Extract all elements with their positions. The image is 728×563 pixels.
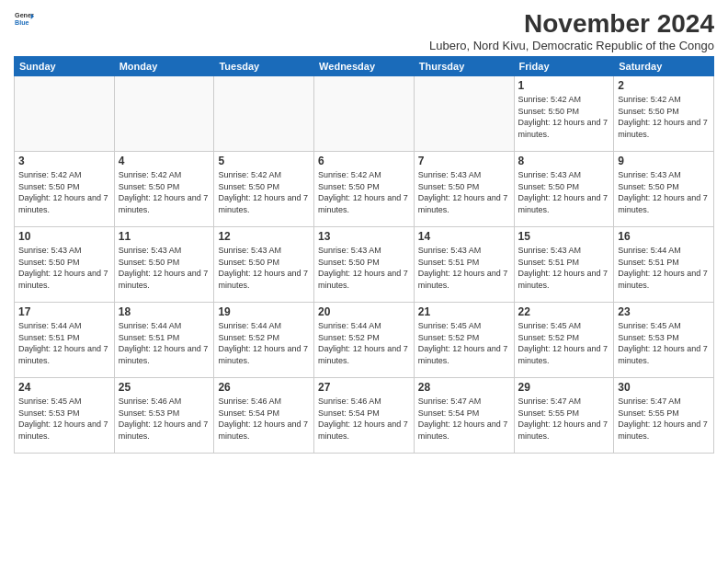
- day-number: 17: [18, 305, 110, 318]
- day-number: 21: [418, 305, 510, 318]
- table-row: 15Sunrise: 5:43 AMSunset: 5:51 PMDayligh…: [514, 227, 614, 303]
- header-friday: Friday: [514, 57, 614, 76]
- page: General Blue November 2024 Lubero, Nord …: [0, 0, 728, 563]
- day-info: Sunrise: 5:42 AMSunset: 5:50 PMDaylight:…: [318, 169, 410, 215]
- week-row-4: 17Sunrise: 5:44 AMSunset: 5:51 PMDayligh…: [15, 303, 714, 378]
- day-info: Sunrise: 5:46 AMSunset: 5:53 PMDaylight:…: [119, 396, 210, 442]
- table-row: 17Sunrise: 5:44 AMSunset: 5:51 PMDayligh…: [15, 303, 115, 378]
- day-info: Sunrise: 5:43 AMSunset: 5:50 PMDaylight:…: [218, 245, 310, 291]
- day-info: Sunrise: 5:42 AMSunset: 5:50 PMDaylight:…: [119, 169, 210, 215]
- day-info: Sunrise: 5:45 AMSunset: 5:52 PMDaylight:…: [518, 320, 610, 366]
- day-info: Sunrise: 5:47 AMSunset: 5:55 PMDaylight:…: [618, 396, 710, 442]
- table-row: 7Sunrise: 5:43 AMSunset: 5:50 PMDaylight…: [414, 152, 514, 227]
- table-row: 21Sunrise: 5:45 AMSunset: 5:52 PMDayligh…: [414, 303, 514, 378]
- table-row: 22Sunrise: 5:45 AMSunset: 5:52 PMDayligh…: [514, 303, 614, 378]
- table-row: 18Sunrise: 5:44 AMSunset: 5:51 PMDayligh…: [114, 303, 214, 378]
- logo-icon: General Blue: [14, 9, 34, 29]
- svg-text:Blue: Blue: [15, 19, 29, 27]
- day-number: 11: [119, 230, 210, 243]
- day-number: 28: [418, 381, 510, 394]
- day-info: Sunrise: 5:42 AMSunset: 5:50 PMDaylight:…: [18, 169, 110, 215]
- day-info: Sunrise: 5:44 AMSunset: 5:52 PMDaylight:…: [318, 320, 410, 366]
- table-row: 12Sunrise: 5:43 AMSunset: 5:50 PMDayligh…: [214, 227, 314, 303]
- day-number: 5: [218, 155, 310, 167]
- table-row: 2Sunrise: 5:42 AMSunset: 5:50 PMDaylight…: [614, 76, 714, 152]
- day-info: Sunrise: 5:44 AMSunset: 5:52 PMDaylight:…: [218, 320, 310, 366]
- table-row: 27Sunrise: 5:46 AMSunset: 5:54 PMDayligh…: [314, 378, 415, 454]
- table-row: 13Sunrise: 5:43 AMSunset: 5:50 PMDayligh…: [314, 227, 415, 303]
- table-row: [314, 76, 415, 152]
- day-info: Sunrise: 5:45 AMSunset: 5:52 PMDaylight:…: [418, 320, 510, 366]
- header-saturday: Saturday: [614, 57, 714, 76]
- table-row: 10Sunrise: 5:43 AMSunset: 5:50 PMDayligh…: [15, 227, 115, 303]
- day-info: Sunrise: 5:42 AMSunset: 5:50 PMDaylight:…: [618, 94, 710, 140]
- table-row: 29Sunrise: 5:47 AMSunset: 5:55 PMDayligh…: [514, 378, 614, 454]
- day-number: 6: [318, 155, 410, 167]
- day-number: 9: [618, 155, 710, 167]
- day-number: 10: [18, 230, 110, 243]
- header-wednesday: Wednesday: [314, 57, 415, 76]
- title-block: November 2024 Lubero, Nord Kivu, Democra…: [429, 9, 714, 52]
- header: General Blue November 2024 Lubero, Nord …: [14, 9, 714, 52]
- day-info: Sunrise: 5:43 AMSunset: 5:50 PMDaylight:…: [418, 169, 510, 215]
- day-number: 13: [318, 230, 410, 243]
- table-row: [214, 76, 314, 152]
- table-row: 14Sunrise: 5:43 AMSunset: 5:51 PMDayligh…: [414, 227, 514, 303]
- day-info: Sunrise: 5:43 AMSunset: 5:50 PMDaylight:…: [119, 245, 210, 291]
- calendar-table: Sunday Monday Tuesday Wednesday Thursday…: [14, 56, 714, 454]
- day-number: 19: [218, 305, 310, 318]
- week-row-5: 24Sunrise: 5:45 AMSunset: 5:53 PMDayligh…: [15, 378, 714, 454]
- day-number: 1: [518, 79, 610, 92]
- day-number: 29: [518, 381, 610, 394]
- day-number: 14: [418, 230, 510, 243]
- day-info: Sunrise: 5:45 AMSunset: 5:53 PMDaylight:…: [18, 396, 110, 442]
- day-info: Sunrise: 5:46 AMSunset: 5:54 PMDaylight:…: [218, 396, 310, 442]
- table-row: 6Sunrise: 5:42 AMSunset: 5:50 PMDaylight…: [314, 152, 415, 227]
- day-number: 24: [18, 381, 110, 394]
- table-row: 19Sunrise: 5:44 AMSunset: 5:52 PMDayligh…: [214, 303, 314, 378]
- day-info: Sunrise: 5:44 AMSunset: 5:51 PMDaylight:…: [18, 320, 110, 366]
- header-tuesday: Tuesday: [214, 57, 314, 76]
- day-info: Sunrise: 5:43 AMSunset: 5:51 PMDaylight:…: [518, 245, 610, 291]
- day-number: 7: [418, 155, 510, 167]
- table-row: 30Sunrise: 5:47 AMSunset: 5:55 PMDayligh…: [614, 378, 714, 454]
- day-info: Sunrise: 5:47 AMSunset: 5:55 PMDaylight:…: [518, 396, 610, 442]
- logo: General Blue: [14, 9, 34, 29]
- table-row: 16Sunrise: 5:44 AMSunset: 5:51 PMDayligh…: [614, 227, 714, 303]
- day-info: Sunrise: 5:42 AMSunset: 5:50 PMDaylight:…: [518, 94, 610, 140]
- header-thursday: Thursday: [414, 57, 514, 76]
- day-info: Sunrise: 5:43 AMSunset: 5:51 PMDaylight:…: [418, 245, 510, 291]
- table-row: 28Sunrise: 5:47 AMSunset: 5:54 PMDayligh…: [414, 378, 514, 454]
- table-row: 4Sunrise: 5:42 AMSunset: 5:50 PMDaylight…: [114, 152, 214, 227]
- table-row: 20Sunrise: 5:44 AMSunset: 5:52 PMDayligh…: [314, 303, 415, 378]
- table-row: 25Sunrise: 5:46 AMSunset: 5:53 PMDayligh…: [114, 378, 214, 454]
- day-info: Sunrise: 5:47 AMSunset: 5:54 PMDaylight:…: [418, 396, 510, 442]
- day-number: 20: [318, 305, 410, 318]
- day-number: 27: [318, 381, 410, 394]
- table-row: 11Sunrise: 5:43 AMSunset: 5:50 PMDayligh…: [114, 227, 214, 303]
- day-info: Sunrise: 5:43 AMSunset: 5:50 PMDaylight:…: [18, 245, 110, 291]
- day-number: 3: [18, 155, 110, 167]
- table-row: 9Sunrise: 5:43 AMSunset: 5:50 PMDaylight…: [614, 152, 714, 227]
- table-row: 8Sunrise: 5:43 AMSunset: 5:50 PMDaylight…: [514, 152, 614, 227]
- table-row: [114, 76, 214, 152]
- day-info: Sunrise: 5:45 AMSunset: 5:53 PMDaylight:…: [618, 320, 710, 366]
- day-info: Sunrise: 5:44 AMSunset: 5:51 PMDaylight:…: [618, 245, 710, 291]
- day-number: 15: [518, 230, 610, 243]
- weekday-header-row: Sunday Monday Tuesday Wednesday Thursday…: [15, 57, 714, 76]
- table-row: 23Sunrise: 5:45 AMSunset: 5:53 PMDayligh…: [614, 303, 714, 378]
- week-row-3: 10Sunrise: 5:43 AMSunset: 5:50 PMDayligh…: [15, 227, 714, 303]
- day-number: 25: [119, 381, 210, 394]
- day-info: Sunrise: 5:43 AMSunset: 5:50 PMDaylight:…: [618, 169, 710, 215]
- day-number: 16: [618, 230, 710, 243]
- header-monday: Monday: [114, 57, 214, 76]
- day-number: 23: [618, 305, 710, 318]
- day-number: 8: [518, 155, 610, 167]
- month-title: November 2024: [429, 9, 714, 39]
- header-sunday: Sunday: [15, 57, 115, 76]
- week-row-2: 3Sunrise: 5:42 AMSunset: 5:50 PMDaylight…: [15, 152, 714, 227]
- day-info: Sunrise: 5:43 AMSunset: 5:50 PMDaylight:…: [518, 169, 610, 215]
- day-number: 4: [119, 155, 210, 167]
- day-number: 26: [218, 381, 310, 394]
- table-row: [15, 76, 115, 152]
